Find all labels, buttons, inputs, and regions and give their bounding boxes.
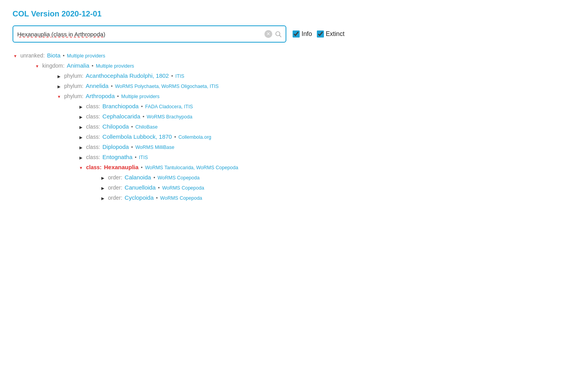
rank-calanoida: order: bbox=[108, 174, 122, 181]
tree-row-hexanauplia: ▼class:Hexanauplia•WoRMS Tantulocarida, … bbox=[78, 163, 573, 171]
arrow-canuelloida[interactable]: ▶ bbox=[100, 186, 106, 190]
tree-item-cephalocarida: ▶class:Cephalocarida•WoRMS Brachypoda bbox=[78, 112, 573, 120]
rank-cephalocarida: class: bbox=[86, 113, 100, 120]
provider-canuelloida[interactable]: WoRMS Copepoda bbox=[162, 185, 204, 191]
tree-item-diplopoda: ▶class:Diplopoda•WoRMS MilliBase bbox=[78, 143, 573, 151]
provider-animalia[interactable]: Multiple providers bbox=[96, 63, 134, 69]
rank-chilopoda: class: bbox=[86, 124, 100, 130]
extinct-checkbox[interactable] bbox=[317, 30, 324, 38]
taxon-biota[interactable]: Biota bbox=[47, 52, 60, 59]
rank-arthropoda: phylum: bbox=[64, 93, 83, 99]
bullet-hexanauplia: • bbox=[141, 165, 143, 170]
tree-item-collembola: ▶class:Collembola Lubbock, 1870•Collembo… bbox=[78, 132, 573, 141]
taxon-cephalocarida[interactable]: Cephalocarida bbox=[102, 113, 140, 120]
arrow-diplopoda[interactable]: ▶ bbox=[78, 145, 84, 150]
info-checkbox-label[interactable]: Info bbox=[293, 30, 312, 38]
extinct-checkbox-label[interactable]: Extinct bbox=[317, 30, 345, 38]
tree-row-entognatha: ▶class:Entognatha•ITIS bbox=[78, 153, 573, 161]
taxon-arthropoda[interactable]: Arthropoda bbox=[86, 93, 115, 99]
provider-branchiopoda[interactable]: FADA Cladocera, ITIS bbox=[145, 104, 193, 109]
info-checkbox[interactable] bbox=[293, 30, 300, 38]
rank-collembola: class: bbox=[86, 134, 100, 140]
tree-row-cyclopoida: ▶order:Cyclopoida•WoRMS Copepoda bbox=[100, 193, 573, 202]
tree-item-animalia: ▼kingdom:Animalia•Multiple providers▶phy… bbox=[34, 61, 573, 202]
taxon-acanthocephala[interactable]: Acanthocephala Rudolphi, 1802 bbox=[86, 72, 169, 79]
provider-cephalocarida[interactable]: WoRMS Brachypoda bbox=[147, 114, 192, 120]
tree-item-biota: ▼unranked:Biota•Multiple providers▼kingd… bbox=[13, 51, 573, 202]
rank-branchiopoda: class: bbox=[86, 103, 100, 109]
tree-row-cephalocarida: ▶class:Cephalocarida•WoRMS Brachypoda bbox=[78, 112, 573, 120]
children-hexanauplia: ▶order:Calanoida•WoRMS Copepoda▶order:Ca… bbox=[78, 173, 573, 202]
provider-acanthocephala[interactable]: ITIS bbox=[175, 73, 184, 79]
search-clear-button[interactable]: × bbox=[264, 30, 272, 38]
taxon-animalia[interactable]: Animalia bbox=[67, 62, 90, 69]
taxonomy-tree: ▼unranked:Biota•Multiple providers▼kingd… bbox=[13, 51, 573, 202]
search-bar-row: × Info Extinct bbox=[13, 25, 573, 43]
tree-row-collembola: ▶class:Collembola Lubbock, 1870•Collembo… bbox=[78, 132, 573, 141]
bullet-branchiopoda: • bbox=[141, 104, 143, 109]
tree-item-canuelloida: ▶order:Canuelloida•WoRMS Copepoda bbox=[100, 183, 573, 192]
svg-line-1 bbox=[279, 35, 281, 37]
tree-item-chilopoda: ▶class:Chilopoda•ChiloBase bbox=[78, 122, 573, 131]
tree-item-cyclopoida: ▶order:Cyclopoida•WoRMS Copepoda bbox=[100, 193, 573, 202]
provider-collembola[interactable]: Collembola.org bbox=[178, 134, 211, 140]
provider-hexanauplia[interactable]: WoRMS Tantulocarida, WoRMS Copepoda bbox=[145, 165, 238, 170]
provider-cyclopoida[interactable]: WoRMS Copepoda bbox=[160, 195, 202, 201]
tree-row-branchiopoda: ▶class:Branchiopoda•FADA Cladocera, ITIS bbox=[78, 102, 573, 110]
provider-biota[interactable]: Multiple providers bbox=[67, 53, 105, 59]
arrow-biota[interactable]: ▼ bbox=[13, 54, 18, 58]
tree-row-biota: ▼unranked:Biota•Multiple providers bbox=[13, 51, 573, 59]
search-input[interactable] bbox=[17, 31, 264, 38]
search-icon[interactable] bbox=[275, 30, 282, 38]
arrow-cephalocarida[interactable]: ▶ bbox=[78, 115, 84, 119]
tree-row-animalia: ▼kingdom:Animalia•Multiple providers bbox=[34, 61, 573, 70]
bullet-arthropoda: • bbox=[117, 93, 119, 99]
bullet-acanthocephala: • bbox=[171, 73, 173, 79]
taxon-entognatha[interactable]: Entognatha bbox=[102, 154, 133, 160]
taxon-branchiopoda[interactable]: Branchiopoda bbox=[102, 103, 139, 109]
taxon-diplopoda[interactable]: Diplopoda bbox=[102, 143, 129, 150]
rank-canuelloida: order: bbox=[108, 184, 122, 191]
bullet-biota: • bbox=[63, 53, 65, 59]
tree-row-diplopoda: ▶class:Diplopoda•WoRMS MilliBase bbox=[78, 143, 573, 151]
arrow-annelida[interactable]: ▶ bbox=[56, 84, 62, 89]
rank-diplopoda: class: bbox=[86, 144, 100, 150]
arrow-animalia[interactable]: ▼ bbox=[34, 64, 40, 68]
tree-item-branchiopoda: ▶class:Branchiopoda•FADA Cladocera, ITIS bbox=[78, 102, 573, 110]
provider-diplopoda[interactable]: WoRMS MilliBase bbox=[135, 145, 174, 150]
provider-calanoida[interactable]: WoRMS Copepoda bbox=[158, 175, 200, 181]
arrow-branchiopoda[interactable]: ▶ bbox=[78, 105, 84, 109]
taxon-cyclopoida[interactable]: Cyclopoida bbox=[125, 194, 154, 201]
taxon-canuelloida[interactable]: Canuelloida bbox=[125, 184, 156, 191]
bullet-calanoida: • bbox=[153, 175, 155, 181]
bullet-canuelloida: • bbox=[158, 185, 160, 191]
provider-arthropoda[interactable]: Multiple providers bbox=[121, 94, 160, 99]
taxon-chilopoda[interactable]: Chilopoda bbox=[102, 123, 129, 130]
arrow-hexanauplia[interactable]: ▼ bbox=[78, 166, 84, 170]
arrow-chilopoda[interactable]: ▶ bbox=[78, 125, 84, 129]
tree-row-calanoida: ▶order:Calanoida•WoRMS Copepoda bbox=[100, 173, 573, 181]
bullet-cyclopoida: • bbox=[156, 195, 158, 201]
taxon-annelida[interactable]: Annelida bbox=[86, 82, 108, 89]
tree-row-acanthocephala: ▶phylum:Acanthocephala Rudolphi, 1802•IT… bbox=[56, 72, 573, 80]
bullet-annelida: • bbox=[111, 83, 113, 89]
taxon-hexanauplia[interactable]: Hexanauplia bbox=[104, 164, 138, 170]
tree-row-arthropoda: ▼phylum:Arthropoda•Multiple providers bbox=[56, 92, 573, 100]
arrow-calanoida[interactable]: ▶ bbox=[100, 176, 106, 180]
arrow-collembola[interactable]: ▶ bbox=[78, 135, 84, 140]
provider-chilopoda[interactable]: ChiloBase bbox=[135, 124, 158, 130]
children-arthropoda: ▶class:Branchiopoda•FADA Cladocera, ITIS… bbox=[56, 102, 573, 202]
bullet-chilopoda: • bbox=[131, 124, 133, 130]
tree-row-annelida: ▶phylum:Annelida•WoRMS Polychaeta, WoRMS… bbox=[56, 82, 573, 90]
arrow-cyclopoida[interactable]: ▶ bbox=[100, 196, 106, 200]
info-label: Info bbox=[302, 30, 312, 38]
arrow-entognatha[interactable]: ▶ bbox=[78, 156, 84, 160]
rank-annelida: phylum: bbox=[64, 83, 83, 89]
provider-annelida[interactable]: WoRMS Polychaeta, WoRMS Oligochaeta, ITI… bbox=[115, 84, 219, 89]
tree-item-hexanauplia: ▼class:Hexanauplia•WoRMS Tantulocarida, … bbox=[78, 163, 573, 202]
arrow-acanthocephala[interactable]: ▶ bbox=[56, 74, 62, 79]
taxon-calanoida[interactable]: Calanoida bbox=[125, 174, 151, 181]
arrow-arthropoda[interactable]: ▼ bbox=[56, 95, 62, 99]
provider-entognatha[interactable]: ITIS bbox=[139, 155, 148, 160]
taxon-collembola[interactable]: Collembola Lubbock, 1870 bbox=[102, 133, 172, 140]
